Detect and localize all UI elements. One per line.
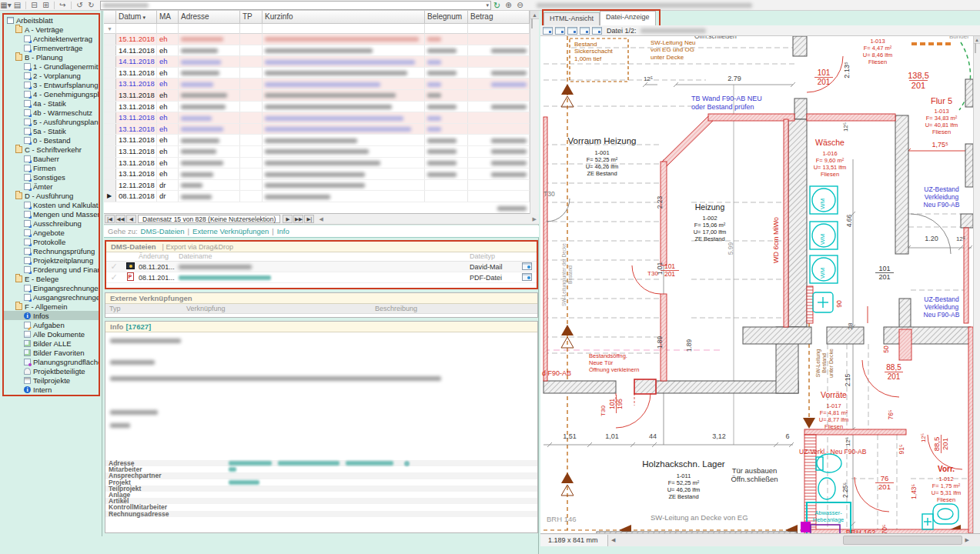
table-row[interactable]: 14.11.2018eh [104, 45, 539, 57]
sidebar-item-firmenvertr-ge[interactable]: Firmenverträge [4, 43, 99, 52]
table-row[interactable]: 13.11.2018eh [104, 135, 539, 146]
zoom-out-icon[interactable]: ⊖ [514, 1, 526, 10]
sidebar-item-1-grundlagenermittlung[interactable]: 1 - Grundlagenermittlung [4, 62, 99, 71]
col-header-datum[interactable]: Datum ▾ [116, 11, 157, 24]
col-header-betr[interactable]: Betrag [468, 11, 530, 24]
sidebar-item-4b-w-rmeschutz[interactable]: 4b - Wärmeschutz [4, 108, 99, 117]
sidebar-item-3-entwurfsplanung[interactable]: 3 - Entwurfsplanung [4, 80, 99, 89]
row-selector[interactable] [104, 102, 116, 112]
sidebar-item-arbeitsblatt[interactable]: Arbeitsblatt [4, 15, 99, 25]
sidebar-item-bilder-favoriten[interactable]: Bilder Favoriten [4, 348, 99, 357]
hscroll-right-icon[interactable]: ▶ [965, 537, 969, 543]
sidebar-item-2-vorplanung[interactable]: 2 - Vorplanung [4, 71, 99, 80]
sidebar-item-bilder-alle[interactable]: Bilder ALLE [4, 339, 99, 348]
table-row[interactable]: ▶08.11.2018dr [104, 191, 539, 202]
view-selector-combobox[interactable]: ▾ [100, 1, 491, 10]
next-page-button[interactable]: ▶▶ [293, 215, 303, 223]
sidebar-item-b-planung[interactable]: B - Planung [4, 52, 99, 62]
sidebar-item--mter[interactable]: Ämter [4, 182, 99, 191]
row-selector[interactable] [104, 135, 116, 145]
sidebar-item-ausschreibung[interactable]: Ausschreibung [4, 219, 99, 228]
sidebar-item-e-belege[interactable]: E - Belege [4, 274, 99, 283]
sidebar-item-0-bestand[interactable]: 0 - Bestand [4, 135, 99, 145]
row-selector[interactable] [104, 146, 116, 157]
row-selector[interactable] [104, 68, 116, 78]
filter-cell[interactable]: ▼ [104, 24, 116, 34]
col-header-ma[interactable]: MA [157, 11, 179, 24]
table-row[interactable]: 13.11.2018eh [104, 102, 539, 113]
properties-icon[interactable] [592, 27, 602, 35]
col-header-adr[interactable]: Adresse [179, 11, 240, 24]
redo-icon[interactable]: ↻ [85, 1, 97, 10]
sidebar-item-5-ausf-hrungsplanung[interactable]: 5 - Ausführungsplanung [4, 117, 99, 126]
sidebar-item-bauherr[interactable]: Bauherr [4, 154, 99, 163]
row-selector[interactable] [104, 78, 116, 89]
sidebar-item-protokolle[interactable]: Protokolle [4, 237, 99, 246]
table-row[interactable]: 13.11.2018eh [104, 68, 539, 79]
row-selector[interactable]: ▶ [104, 191, 116, 202]
table-row[interactable]: 13.11.2018eh [104, 124, 539, 135]
scrollbar-thumb[interactable] [531, 18, 533, 28]
sidebar-item-mengen-und-massen[interactable]: Mengen und Massen [4, 209, 99, 219]
contact-icon[interactable] [404, 461, 410, 466]
sidebar-item-5a-statik[interactable]: 5a - Statik [4, 126, 99, 135]
sidebar-item-projektzeitplanung[interactable]: Projektzeitplanung [4, 255, 99, 265]
fit-page-icon[interactable] [543, 27, 553, 35]
tree-view-icon[interactable]: ▦▾ [0, 1, 12, 10]
table-row[interactable]: 14.11.2018eh [104, 56, 539, 68]
dms-file-row[interactable]: ✓08.11.201...PDF-Datei [106, 272, 537, 283]
next-record-button[interactable]: ▶ [283, 215, 293, 223]
table-row[interactable]: 13.11.2018eh [104, 146, 539, 158]
hscroll-right-icon[interactable]: ▶ [533, 216, 537, 222]
tab-datei-anzeige[interactable]: Datei-Anzeige [600, 11, 656, 25]
last-record-button[interactable]: ▶| [304, 215, 314, 223]
col-header-beleg[interactable]: Belegnum [425, 11, 468, 24]
prev-page-button[interactable]: ◀◀ [115, 215, 125, 223]
sidebar-item-4a-statik[interactable]: 4a - Statik [4, 98, 99, 108]
row-selector[interactable] [104, 169, 116, 179]
table-row[interactable]: 15.11.2018eh [104, 34, 539, 45]
col-header-kurz[interactable]: Kurzinfo [263, 11, 425, 24]
filter-cell[interactable] [263, 24, 425, 34]
fit-width-icon[interactable] [555, 27, 565, 35]
table-row[interactable]: 13.11.2018eh [104, 169, 539, 180]
filter-cell[interactable] [468, 24, 530, 34]
first-record-button[interactable]: |◀ [105, 215, 115, 223]
sidebar-item-a-vertr-ge[interactable]: A - Verträge [4, 25, 99, 34]
zoom-in-icon[interactable]: ⊕ [503, 1, 514, 10]
col-header-tp[interactable]: TP [240, 11, 263, 24]
floor-plan-view[interactable]: BestandSickerschacht1,00m tiefSW-Leitung… [540, 36, 973, 533]
open-window-icon[interactable] [522, 262, 536, 272]
table-row[interactable]: 12.11.2018dr [104, 180, 539, 192]
hscroll-left-icon[interactable]: ◀ [319, 216, 323, 222]
row-selector[interactable] [104, 34, 116, 45]
print-icon[interactable]: ▤ [12, 1, 23, 10]
sidebar-item-sonstiges[interactable]: Sonstiges [4, 172, 99, 182]
sidebar-item-aufgaben[interactable]: Aufgaben [4, 320, 99, 329]
sidebar-item-teilprojekte[interactable]: Teilprojekte [4, 375, 99, 385]
filter-cell[interactable] [157, 24, 179, 34]
sidebar-item-f-allgemein[interactable]: F - Allgemein [4, 302, 99, 311]
tile-vertical-icon[interactable]: ⊞ [40, 1, 52, 10]
tab-html-ansicht[interactable]: HTML-Ansicht [544, 12, 600, 25]
row-selector[interactable] [104, 124, 116, 135]
sidebar-item-eingangsrechnungen[interactable]: Eingangsrechnungen [4, 283, 99, 292]
sidebar-item-angebote[interactable]: Angebote [4, 228, 99, 237]
open-window-icon[interactable] [522, 273, 536, 282]
goto-link-info[interactable]: Info [277, 227, 289, 235]
sidebar-item-architektenvertrag[interactable]: Architektenvertrag [4, 34, 99, 43]
actual-size-icon[interactable] [580, 27, 590, 35]
sidebar-item-rechnungspr-fung[interactable]: Rechnungsprüfung [4, 246, 99, 255]
refresh-icon[interactable]: ↻ [491, 1, 503, 10]
filter-cell[interactable] [240, 24, 263, 34]
plan-vertical-scrollbar[interactable]: ▲ [973, 36, 980, 533]
row-selector[interactable] [104, 180, 116, 191]
scrollbar-thumb[interactable] [975, 43, 976, 53]
filter-cell[interactable] [116, 24, 157, 34]
sidebar-item-planungsgrundfl-chen[interactable]: Planungsgrundflächen [4, 357, 99, 366]
goto-link-extlinks[interactable]: Externe Verknüpfungen [192, 227, 269, 235]
fit-height-icon[interactable] [567, 27, 577, 35]
table-row[interactable]: 13.11.2018eh [104, 78, 539, 90]
plan-horizontal-scrollbar[interactable] [843, 536, 962, 545]
sidebar-item-c-schriftverkehr[interactable]: C - Schriftverkehr [4, 145, 99, 154]
